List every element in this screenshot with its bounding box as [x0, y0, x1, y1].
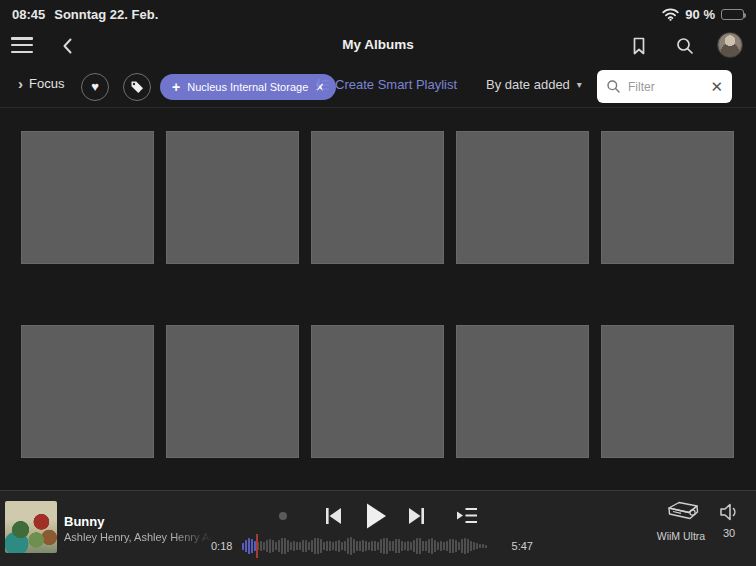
waveform-bar [281, 538, 283, 554]
waveform-bar [440, 541, 442, 550]
waveform-bar [347, 538, 349, 553]
waveform-bar [470, 541, 472, 551]
album-tile[interactable] [166, 325, 299, 458]
favorites-filter-button[interactable]: ♥ [81, 73, 109, 101]
waveform-bar [383, 538, 385, 555]
clear-filter-icon[interactable]: ✕ [710, 79, 723, 94]
waveform-bar [443, 542, 445, 550]
waveform-bar [290, 542, 292, 549]
waveform-bar [452, 539, 454, 553]
album-grid [21, 131, 734, 458]
waveform-bar [296, 542, 298, 551]
profile-avatar[interactable] [717, 32, 743, 58]
create-smart-playlist-button[interactable]: Create Smart Playlist [314, 77, 457, 92]
search-icon[interactable] [674, 35, 696, 57]
chevron-right-icon: › [18, 76, 23, 91]
waveform-bar [380, 539, 382, 553]
waveform-bar [329, 541, 331, 552]
waveform-bar [323, 542, 325, 550]
waveform-bar [446, 541, 448, 551]
output-device-icon [661, 500, 701, 527]
waveform-bar [266, 540, 268, 552]
waveform-bar [485, 545, 487, 548]
output-device-label: WiiM Ultra [649, 530, 713, 542]
battery-percent: 90 % [685, 7, 715, 22]
waveform-bar [272, 540, 274, 553]
waveform-bar [392, 541, 394, 551]
album-tile[interactable] [311, 325, 444, 458]
status-bar: 08:45 Sonntag 22. Feb. 90 % [0, 0, 756, 28]
queue-icon[interactable] [456, 507, 478, 524]
album-tile[interactable] [166, 131, 299, 264]
waveform-bar [293, 541, 295, 551]
waveform-seekbar[interactable] [242, 535, 501, 557]
waveform-bar [434, 540, 436, 552]
waveform-bar [305, 540, 307, 552]
waveform-bar [260, 541, 262, 550]
smart-playlist-icon [314, 78, 329, 92]
waveform-bar [302, 540, 304, 552]
filter-search-box: ✕ [597, 70, 732, 103]
elapsed-time: 0:18 [211, 540, 232, 552]
waveform-bar [263, 542, 265, 549]
tags-filter-button[interactable] [123, 73, 151, 101]
output-device-selector[interactable]: WiiM Ultra [649, 500, 713, 542]
waveform-bar [455, 540, 457, 551]
playback-mode-dot[interactable] [279, 512, 287, 520]
previous-track-icon[interactable] [324, 506, 343, 526]
waveform-bar [374, 541, 376, 550]
focus-button[interactable]: › Focus [18, 76, 64, 91]
battery-icon [721, 9, 744, 20]
album-tile[interactable] [21, 131, 154, 264]
waveform-bar [356, 541, 358, 550]
wifi-icon [662, 8, 679, 21]
plus-icon: + [172, 79, 180, 95]
waveform-bar [416, 538, 418, 553]
waveform-bar [287, 540, 289, 552]
waveform-bar [461, 539, 463, 553]
album-tile[interactable] [456, 325, 589, 458]
waveform-bar [242, 543, 244, 550]
waveform-bar [365, 541, 367, 552]
track-artist[interactable]: Ashley Henry, Ashley Henry And T [64, 531, 214, 543]
waveform-bar [482, 544, 484, 548]
album-tile[interactable] [456, 131, 589, 264]
waveform-bar [371, 541, 373, 551]
waveform-bar [464, 538, 466, 555]
now-playing-artwork[interactable] [5, 501, 57, 553]
waveform-bar [458, 542, 460, 551]
tag-icon [130, 80, 144, 94]
play-icon[interactable] [364, 502, 388, 530]
waveform-bar [335, 541, 337, 551]
volume-control[interactable]: 30 [713, 502, 745, 539]
waveform-bar [449, 539, 451, 552]
filter-search-icon [606, 79, 621, 94]
playhead[interactable] [256, 534, 258, 558]
waveform-bar [398, 539, 400, 552]
sort-dropdown[interactable]: By date added ▾ [486, 77, 582, 92]
filter-input[interactable] [628, 80, 703, 94]
waveform-bar [248, 538, 250, 554]
track-title[interactable]: Bunny [64, 514, 104, 529]
next-track-icon[interactable] [407, 506, 426, 526]
date: Sonntag 22. Feb. [54, 7, 158, 22]
waveform-bar [269, 539, 271, 553]
album-tile[interactable] [311, 131, 444, 264]
waveform-bar [419, 538, 421, 553]
header: My Albums [0, 28, 756, 66]
clock: 08:45 [12, 7, 45, 22]
waveform-bar [437, 542, 439, 550]
waveform-bar [284, 538, 286, 554]
album-tile[interactable] [601, 325, 734, 458]
waveform-bar [350, 537, 352, 554]
bookmark-icon[interactable] [628, 35, 650, 57]
toolbar: › Focus ♥ + Nucleus Internal Storage ✕ C… [0, 66, 756, 107]
storage-chip-label: Nucleus Internal Storage [187, 81, 308, 93]
waveform-bar [326, 541, 328, 551]
storage-filter-chip[interactable]: + Nucleus Internal Storage ✕ [160, 74, 336, 100]
waveform-bar [344, 541, 346, 551]
album-tile[interactable] [21, 325, 154, 458]
waveform-bar [311, 540, 313, 552]
album-tile[interactable] [601, 131, 734, 264]
waveform-bar [431, 538, 433, 553]
